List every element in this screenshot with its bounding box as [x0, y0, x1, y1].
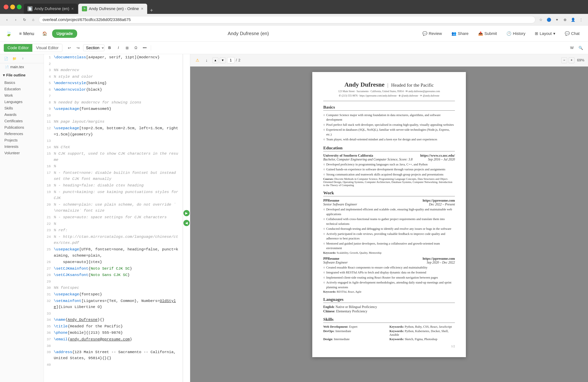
line-content[interactable]: % - punct=kaiming: use kaiming punctuati… [54, 189, 183, 201]
bookmark-icon[interactable]: ☆ [538, 17, 544, 23]
reload-button[interactable]: ↻ [21, 17, 28, 23]
line-content[interactable]: % [54, 163, 183, 169]
search-button[interactable]: 🔍 [577, 45, 584, 51]
table-button[interactable]: ⊞ [124, 45, 131, 51]
maximize-window-button[interactable] [17, 5, 21, 9]
line-content[interactable]: % - http://ctan.mirrorcatalogs.com/langu… [54, 234, 183, 246]
line-content[interactable]: \email{andy.dufresne@ppresume.com} [54, 336, 183, 342]
page-number-input[interactable] [227, 57, 234, 63]
line-content[interactable]: \moderncvcolor{black} [54, 87, 183, 93]
tab-close-2[interactable]: ✕ [141, 7, 144, 11]
outline-item-skills[interactable]: Skills [0, 105, 44, 112]
address-bar[interactable]: overleaf.com/project/675cdfcc32b8d0f2338… [39, 16, 535, 23]
outline-item-education[interactable]: Education [0, 86, 44, 92]
upload-icon[interactable]: ↑ [20, 56, 26, 62]
more-options-icon[interactable]: ⋮ [578, 17, 584, 23]
line-content[interactable]: \usepackage[UTF8, fontset=none, heading=… [54, 246, 183, 259]
outline-item-certificates[interactable]: Certificates [0, 118, 44, 124]
preview-download-icon[interactable]: ↓ [203, 57, 210, 64]
line-content[interactable]: %% page layout/margins [54, 119, 183, 125]
undo-button[interactable]: ↩ [66, 45, 73, 51]
file-outline-header[interactable]: ▾ File outline [0, 71, 44, 79]
preview-warning-icon[interactable]: ⚠ [194, 57, 201, 64]
line-content[interactable]: \name{Andy Dufresne}{} [54, 317, 183, 323]
preview-scroll-area[interactable]: Andy Dufresne | Headed for the Pacific 1… [190, 66, 588, 382]
outline-item-volunteer[interactable]: Volunteer [0, 150, 44, 156]
line-content[interactable]: \setmainfont[Ligatures={TeX, Common}, Nu… [54, 298, 183, 310]
bold-button[interactable]: B [106, 45, 113, 51]
line-content[interactable]: % CJK support, used to show CJK characte… [54, 151, 183, 163]
history-button[interactable]: 🕐 History [504, 29, 528, 38]
outline-item-interests[interactable]: Interests [0, 143, 44, 150]
new-folder-icon[interactable]: 📁 [11, 56, 18, 62]
line-content[interactable]: % ref: [54, 227, 183, 233]
outline-item-projects[interactable]: Projects [0, 137, 44, 143]
line-content[interactable]: \phone[mobile]{(213) 555-9876} [54, 330, 183, 336]
outline-item-basics[interactable]: Basics [0, 80, 44, 86]
zoom-in-button[interactable]: + [569, 57, 574, 63]
close-window-button[interactable] [4, 5, 8, 9]
line-content[interactable]: \setCJKsansfont{Noto Sans CJK SC} [54, 272, 183, 278]
line-content[interactable]: %% fontspec [54, 285, 183, 291]
chat-button[interactable]: 💬 Chat [562, 29, 583, 38]
line-content[interactable]: \title{Headed for the Pacific} [54, 323, 183, 330]
line-content[interactable]: %% CTeX [54, 144, 183, 150]
line-content[interactable]: \documentclass[a4paper, serif, 11pt]{mod… [54, 54, 183, 60]
spellcheck-button[interactable]: W [568, 45, 576, 51]
line-content[interactable]: % - space=auto: space settings for CJK c… [54, 214, 183, 221]
home-button[interactable]: ⌂ [30, 17, 37, 23]
tab-close-1[interactable]: ✕ [71, 7, 74, 11]
line-content[interactable]: \address{123 Main Street -- Sacramento -… [54, 349, 183, 361]
minimize-window-button[interactable] [10, 5, 15, 9]
file-item-main-tex[interactable]: 📄 main.tex [1, 63, 42, 71]
outline-item-awards[interactable]: Awards [0, 112, 44, 118]
line-content[interactable]: % style and color [54, 74, 183, 80]
line-content[interactable]: % - scheme=plain: use plain scheme, do n… [54, 201, 183, 214]
italic-button[interactable]: I [115, 45, 122, 51]
back-button[interactable]: ‹ [4, 17, 10, 23]
line-content[interactable]: % - heading=false: disable ctex heading [54, 182, 183, 189]
section-dropdown[interactable]: Section [83, 45, 105, 51]
math-button[interactable]: Ω [132, 45, 140, 51]
expand-left-button[interactable]: ◀ [183, 220, 189, 226]
line-content[interactable]: \moderncvstyle{banking} [54, 80, 183, 86]
layout-button[interactable]: ⊞ Layout ▾ [532, 29, 558, 38]
next-page-button[interactable]: ▼ [220, 57, 226, 63]
outline-item-publications[interactable]: Publications [0, 124, 44, 131]
share-button[interactable]: 👥 Share [448, 29, 472, 38]
outline-item-languages[interactable]: Languages [0, 99, 44, 105]
line-content[interactable]: %% moderncv [54, 67, 183, 73]
line-content[interactable]: \usepackage[top=2.5cm, bottom=2.5cm, lef… [54, 125, 183, 138]
outline-item-references[interactable]: References [0, 131, 44, 137]
extension-icon-2[interactable]: ✦ [554, 17, 560, 23]
extension-icon-3[interactable]: ⊕ [562, 17, 568, 23]
line-content[interactable]: \usepackage{fontawesome5} [54, 106, 183, 112]
redo-button[interactable]: ↪ [74, 45, 82, 51]
line-content[interactable]: % - fontset=none: disable builtin fontse… [54, 170, 183, 182]
submit-button[interactable]: 📤 Submit [475, 29, 500, 38]
line-content[interactable]: \setCJKmainfont{Noto Serif CJK SC} [54, 265, 183, 272]
home-nav-button[interactable]: 🏠 [41, 30, 48, 38]
line-content[interactable]: % [54, 221, 183, 227]
line-content[interactable]: % needed by moderncv for showing icons [54, 100, 183, 106]
extension-icon-1[interactable]: 🔵 [546, 17, 552, 23]
forward-button[interactable]: › [12, 17, 19, 23]
upgrade-button[interactable]: Upgrade [52, 29, 77, 38]
visual-editor-button[interactable]: Visual Editor [32, 44, 62, 52]
prev-page-button[interactable]: ▲ [212, 57, 218, 63]
expand-right-button[interactable]: ▶ [183, 210, 189, 216]
menu-button[interactable]: ≡ Menu [16, 30, 37, 38]
code-editor-button[interactable]: Code Editor [4, 44, 32, 52]
outline-item-work[interactable]: Work [0, 92, 44, 99]
more-button[interactable]: ••• [141, 45, 148, 51]
new-tab-button[interactable]: + [148, 7, 155, 14]
line-content[interactable]: \usepackage{fontspec} [54, 291, 183, 298]
zoom-out-button[interactable]: − [561, 57, 567, 63]
review-button[interactable]: 💬 Review [420, 29, 445, 38]
browser-tab-1[interactable]: 📄 Andy Dufresne (en) ✕ [24, 4, 78, 14]
line-content[interactable]: space=auto]{ctex} [54, 259, 183, 265]
code-editor[interactable]: 1 \documentclass[a4paper, serif, 11pt]{m… [44, 54, 183, 382]
new-file-icon[interactable]: 📄 [3, 56, 9, 62]
profile-icon[interactable]: 👤 [570, 17, 576, 23]
browser-tab-2[interactable]: 🍃 Andy Dufresne (en) - Online ✕ [78, 4, 147, 14]
